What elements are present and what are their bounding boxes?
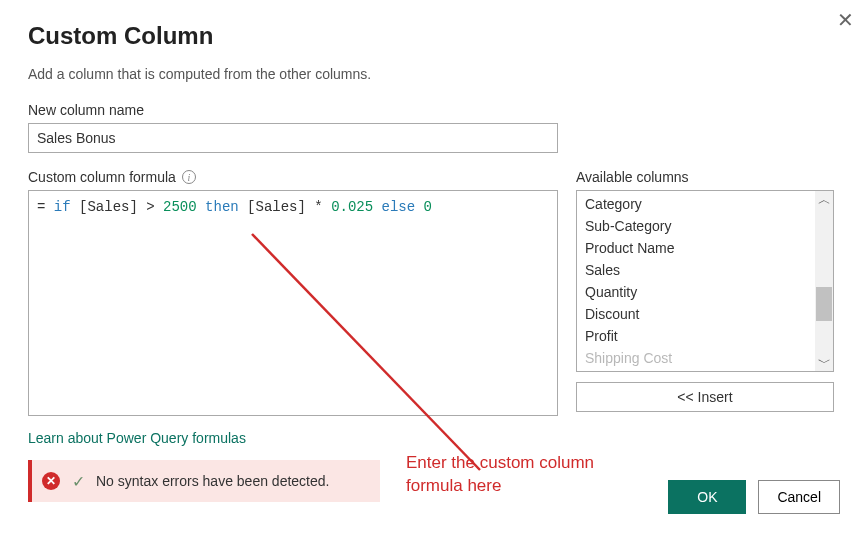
formula-token: > [146,199,154,215]
list-item[interactable]: Sales [577,259,833,281]
list-item[interactable]: Quantity [577,281,833,303]
info-icon[interactable]: i [182,170,196,184]
formula-token-num: 0.025 [331,199,373,215]
available-columns-list[interactable]: Category Sub-Category Product Name Sales… [576,190,834,372]
status-bar: ✕ ✓ No syntax errors have been detected. [28,460,380,502]
check-icon: ✓ [69,472,87,490]
formula-token-num: 2500 [163,199,197,215]
scroll-down-icon[interactable]: ﹀ [818,356,831,369]
formula-token: * [314,199,322,215]
formula-label: Custom column formula i [28,169,558,185]
cancel-button[interactable]: Cancel [758,480,840,514]
list-item[interactable]: Category [577,193,833,215]
formula-label-text: Custom column formula [28,169,176,185]
formula-token-col: [Sales] [79,199,138,215]
list-item[interactable]: Product Name [577,237,833,259]
formula-token-then: then [205,199,239,215]
new-column-name-label: New column name [28,102,840,118]
list-item[interactable]: Sub-Category [577,215,833,237]
list-item[interactable]: Discount [577,303,833,325]
close-icon[interactable]: ✕ [837,8,854,32]
error-icon: ✕ [42,472,60,490]
list-item[interactable]: Profit [577,325,833,347]
ok-button[interactable]: OK [668,480,746,514]
formula-token-col: [Sales] [247,199,306,215]
new-column-name-input[interactable] [28,123,558,153]
formula-token-else: else [382,199,416,215]
scrollbar-thumb[interactable] [816,287,832,321]
learn-link[interactable]: Learn about Power Query formulas [28,430,246,446]
formula-token: = [37,199,45,215]
scrollbar[interactable]: ︿ ﹀ [815,191,833,371]
list-item[interactable]: Shipping Cost [577,347,833,369]
dialog-subtitle: Add a column that is computed from the o… [28,66,840,82]
formula-token-if: if [54,199,71,215]
dialog-title: Custom Column [28,22,840,50]
formula-editor[interactable]: = if [Sales] > 2500 then [Sales] * 0.025… [28,190,558,416]
status-text: No syntax errors have been detected. [96,473,329,489]
scroll-up-icon[interactable]: ︿ [818,193,831,206]
formula-token-num: 0 [424,199,432,215]
available-columns-label: Available columns [576,169,834,185]
insert-button[interactable]: << Insert [576,382,834,412]
